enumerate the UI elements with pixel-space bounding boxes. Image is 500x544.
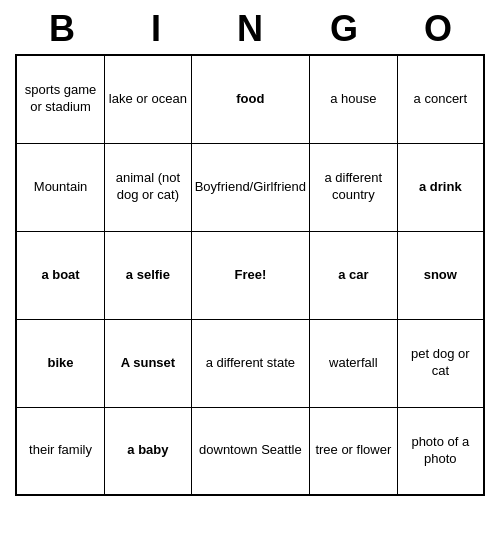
cell-r1-c2: Boyfriend/Girlfriend [191,143,309,231]
title-i: I [113,8,199,50]
cell-r2-c1: a selfie [105,231,192,319]
cell-r2-c2: Free! [191,231,309,319]
bingo-grid: sports game or stadiumlake or oceanfooda… [15,54,485,496]
cell-r1-c4: a drink [397,143,484,231]
cell-r4-c3: tree or flower [309,407,397,495]
title-g: G [301,8,387,50]
cell-r3-c3: waterfall [309,319,397,407]
cell-r3-c4: pet dog or cat [397,319,484,407]
cell-r0-c0: sports game or stadium [16,55,105,143]
cell-r4-c0: their family [16,407,105,495]
cell-r2-c3: a car [309,231,397,319]
cell-r4-c4: photo of a photo [397,407,484,495]
title-n: N [207,8,293,50]
bingo-title: B I N G O [15,0,485,54]
cell-r1-c3: a different country [309,143,397,231]
title-o: O [395,8,481,50]
cell-r1-c1: animal (not dog or cat) [105,143,192,231]
cell-r0-c3: a house [309,55,397,143]
cell-r0-c4: a concert [397,55,484,143]
title-b: B [19,8,105,50]
cell-r4-c1: a baby [105,407,192,495]
cell-r0-c2: food [191,55,309,143]
cell-r2-c0: a boat [16,231,105,319]
cell-r4-c2: downtown Seattle [191,407,309,495]
cell-r3-c2: a different state [191,319,309,407]
cell-r1-c0: Mountain [16,143,105,231]
cell-r0-c1: lake or ocean [105,55,192,143]
cell-r3-c1: A sunset [105,319,192,407]
cell-r2-c4: snow [397,231,484,319]
cell-r3-c0: bike [16,319,105,407]
